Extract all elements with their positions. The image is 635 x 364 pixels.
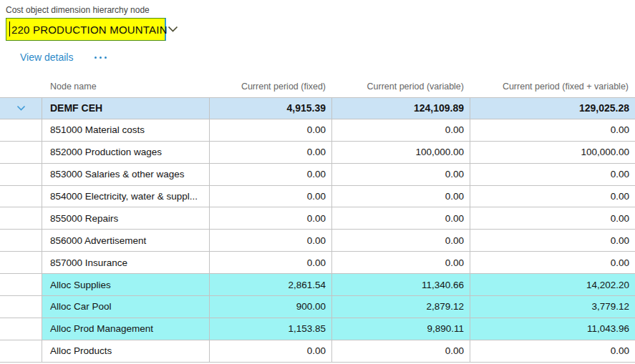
expand-cell[interactable] <box>0 142 42 163</box>
chevron-down-icon[interactable] <box>16 105 26 112</box>
total-value-cell[interactable]: 3,779.12 <box>470 296 635 318</box>
column-header-current-period-fixed[interactable]: Current period (fixed) <box>210 82 332 92</box>
table-row[interactable]: Alloc Prod Management1,153.859,890.1111,… <box>0 318 635 340</box>
cost-analysis-page: Cost object dimension hierarchy node 220… <box>0 0 635 364</box>
variable-value-cell[interactable]: 11,340.66 <box>332 274 470 295</box>
node-name-cell[interactable]: 852000 Production wages <box>42 142 210 163</box>
grid-header-row: Node name Current period (fixed) Current… <box>0 75 635 97</box>
total-value-cell[interactable]: 14,202.20 <box>470 274 635 295</box>
table-row[interactable]: DEMF CEH4,915.39124,109.89129,025.28 <box>0 97 635 119</box>
total-value-cell[interactable]: 0.00 <box>470 207 635 229</box>
fixed-value-cell[interactable]: 2,861.54 <box>210 274 332 295</box>
total-value-cell[interactable]: 0.00 <box>470 252 635 273</box>
hierarchy-node-combobox[interactable]: 220 PRODUCTION MOUNTAIN <box>6 18 166 41</box>
expand-cell[interactable] <box>0 207 42 229</box>
variable-value-cell[interactable]: 0.00 <box>332 119 470 141</box>
expand-cell[interactable] <box>0 164 42 185</box>
node-name-cell[interactable]: Alloc Products <box>42 340 210 362</box>
node-name-cell[interactable]: 856000 Advertisement <box>42 230 210 251</box>
total-value-cell[interactable]: 0.00 <box>470 119 635 141</box>
column-header-current-period-variable[interactable]: Current period (variable) <box>332 82 470 92</box>
fixed-value-cell[interactable]: 4,915.39 <box>210 98 332 119</box>
hierarchy-node-value: 220 PRODUCTION MOUNTAIN <box>6 24 168 36</box>
view-details-link[interactable]: View details <box>20 51 73 63</box>
fixed-value-cell[interactable]: 0.00 <box>210 142 332 163</box>
total-value-cell[interactable]: 0.00 <box>470 230 635 251</box>
table-row[interactable]: 852000 Production wages0.00100,000.00100… <box>0 142 635 164</box>
fixed-value-cell[interactable]: 0.00 <box>210 119 332 141</box>
expand-cell[interactable] <box>0 274 42 295</box>
fixed-value-cell[interactable]: 0.00 <box>210 164 332 185</box>
fixed-value-cell[interactable]: 900.00 <box>210 296 332 318</box>
fixed-value-cell[interactable]: 0.00 <box>210 207 332 229</box>
table-row[interactable]: 856000 Advertisement0.000.000.00 <box>0 230 635 252</box>
expand-cell[interactable] <box>0 119 42 141</box>
node-name-cell[interactable]: 853000 Salaries & other wages <box>42 164 210 185</box>
expand-cell[interactable] <box>0 340 42 362</box>
node-name-cell[interactable]: Alloc Supplies <box>42 274 210 295</box>
action-bar: View details <box>20 51 108 63</box>
variable-value-cell[interactable]: 124,109.89 <box>332 98 470 119</box>
table-row[interactable]: 851000 Material costs0.000.000.00 <box>0 119 635 142</box>
table-row[interactable]: 855000 Repairs0.000.000.00 <box>0 207 635 230</box>
total-value-cell[interactable]: 0.00 <box>470 164 635 185</box>
expand-cell[interactable] <box>0 230 42 251</box>
grid-body: DEMF CEH4,915.39124,109.89129,025.288510… <box>0 97 635 363</box>
table-row[interactable]: 853000 Salaries & other wages0.000.000.0… <box>0 164 635 186</box>
total-value-cell[interactable]: 100,000.00 <box>470 142 635 163</box>
variable-value-cell[interactable]: 0.00 <box>332 164 470 185</box>
total-value-cell[interactable]: 0.00 <box>470 186 635 207</box>
node-name-cell[interactable]: DEMF CEH <box>42 98 210 119</box>
node-name-cell[interactable]: 851000 Material costs <box>42 119 210 141</box>
total-value-cell[interactable]: 11,043.96 <box>470 318 635 340</box>
fixed-value-cell[interactable]: 0.00 <box>210 340 332 362</box>
expand-cell[interactable] <box>0 252 42 273</box>
more-options-button[interactable] <box>93 54 108 62</box>
variable-value-cell[interactable]: 0.00 <box>332 207 470 229</box>
chevron-down-icon[interactable] <box>168 26 183 33</box>
expand-cell[interactable] <box>0 98 42 119</box>
fixed-value-cell[interactable]: 0.00 <box>210 252 332 273</box>
expand-cell[interactable] <box>0 318 42 340</box>
fixed-value-cell[interactable]: 0.00 <box>210 230 332 251</box>
fixed-value-cell[interactable]: 0.00 <box>210 186 332 207</box>
hierarchy-node-field-label: Cost object dimension hierarchy node <box>6 5 150 15</box>
variable-value-cell[interactable]: 0.00 <box>332 186 470 207</box>
table-row[interactable]: 857000 Insurance0.000.000.00 <box>0 252 635 274</box>
expand-cell[interactable] <box>0 296 42 318</box>
cost-grid: Node name Current period (fixed) Current… <box>0 75 635 363</box>
total-value-cell[interactable]: 0.00 <box>470 340 635 362</box>
table-row[interactable]: Alloc Supplies2,861.5411,340.6614,202.20 <box>0 274 635 296</box>
fixed-value-cell[interactable]: 1,153.85 <box>210 318 332 340</box>
variable-value-cell[interactable]: 100,000.00 <box>332 142 470 163</box>
variable-value-cell[interactable]: 0.00 <box>332 230 470 251</box>
expand-cell[interactable] <box>0 186 42 207</box>
variable-value-cell[interactable]: 0.00 <box>332 252 470 273</box>
column-header-current-period-fixed-variable[interactable]: Current period (fixed + variable) <box>470 82 635 92</box>
column-header-node-name[interactable]: Node name <box>42 82 210 92</box>
table-row[interactable]: Alloc Car Pool900.002,879.123,779.12 <box>0 296 635 318</box>
node-name-cell[interactable]: Alloc Car Pool <box>42 296 210 318</box>
total-value-cell[interactable]: 129,025.28 <box>470 98 635 119</box>
variable-value-cell[interactable]: 2,879.12 <box>332 296 470 318</box>
variable-value-cell[interactable]: 0.00 <box>332 340 470 362</box>
table-row[interactable]: Alloc Products0.000.000.00 <box>0 340 635 363</box>
node-name-cell[interactable]: 857000 Insurance <box>42 252 210 273</box>
variable-value-cell[interactable]: 9,890.11 <box>332 318 470 340</box>
text-caret <box>9 21 10 36</box>
node-name-cell[interactable]: 855000 Repairs <box>42 207 210 229</box>
table-row[interactable]: 854000 Electricity, water & suppl...0.00… <box>0 186 635 208</box>
node-name-cell[interactable]: 854000 Electricity, water & suppl... <box>42 186 210 207</box>
node-name-cell[interactable]: Alloc Prod Management <box>42 318 210 340</box>
